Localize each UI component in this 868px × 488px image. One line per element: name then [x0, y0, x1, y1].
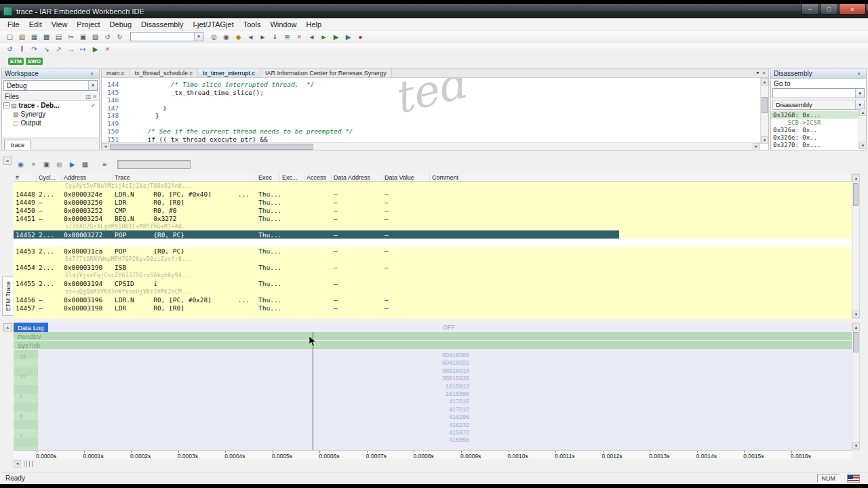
code-editor[interactable]: 144 /* Time slice interrupted thread. */… — [102, 78, 768, 143]
scroll-up-icon[interactable]: ▲ — [852, 174, 860, 182]
disassembly-row[interactable]: 0x3270: 0x... — [771, 141, 859, 148]
break-all-icon[interactable]: ● — [355, 32, 366, 42]
disassembly-row[interactable]: 0x3268: 0x... — [771, 111, 859, 119]
channel-row-pendsv[interactable]: PendSV — [14, 332, 852, 341]
save-all-icon[interactable]: ▩ — [41, 32, 52, 42]
stop-build-icon[interactable]: × — [294, 32, 305, 42]
scroll-down-icon[interactable]: ▼ — [761, 136, 768, 144]
menu-window[interactable]: Window — [265, 20, 301, 29]
memory-zone-select[interactable]: Disassembly ▾ — [772, 100, 865, 110]
trace-row[interactable]: 144552...0x00003194CPSID iThu...– — [14, 279, 852, 287]
trace-copy-icon[interactable]: ▣ — [41, 159, 52, 169]
column-header-[interactable]: # — [14, 174, 37, 181]
build-config-select[interactable]: Debug ▾ — [3, 80, 98, 91]
compile-icon[interactable]: ≣ — [281, 32, 293, 42]
trace-row[interactable]: 14449–0x00003250LDR R0, [R0]Thu...–– — [14, 198, 852, 206]
trace-columns-icon[interactable]: ≡ — [99, 159, 111, 169]
scroll-down-icon[interactable]: ▼ — [852, 310, 860, 318]
tree-item-synergy[interactable]: ▥Synergy — [2, 110, 99, 119]
column-header-exec[interactable]: Exec — [256, 174, 280, 181]
trace-vscroll-thumb[interactable] — [853, 183, 859, 206]
menu-help[interactable]: Help — [302, 20, 327, 29]
minimize-button[interactable]: – — [801, 4, 819, 15]
trace-clear-icon[interactable]: × — [28, 159, 39, 169]
trace-row[interactable]: 144522...0x00003272POP {R0, PC}Thu...–– — [14, 230, 852, 239]
editor-tab-iar-information-center-for-renesas-synergy[interactable]: IAR Information Center for Renesas Syner… — [260, 68, 392, 77]
trace-row[interactable]: 144542...0x00003190ISBThu...–– — [14, 263, 852, 271]
scroll-left-icon[interactable]: ◄ — [14, 460, 21, 468]
column-header-cycl[interactable]: Cycl... — [37, 174, 62, 181]
scroll-up-icon[interactable]: ▲ — [761, 78, 768, 85]
trace-close-icon[interactable]: × — [3, 157, 12, 165]
scroll-up-icon[interactable]: ▲ — [859, 108, 867, 116]
trace-browse-icon[interactable]: ▶ — [66, 159, 78, 169]
tab-list-dropdown-icon[interactable]: ▾ — [756, 70, 759, 76]
editor-vertical-scrollbar[interactable]: ▲ ▼ — [760, 78, 768, 144]
quick-search-combo[interactable]: ▾ — [130, 32, 203, 41]
channel-row-systick[interactable]: SysTick — [14, 341, 852, 350]
menu-tools[interactable]: Tools — [239, 20, 266, 29]
trace-row[interactable]: 14457–0x00003198LDR R0, [R0]Thu...–– — [14, 304, 852, 312]
column-header-address[interactable]: Address — [62, 174, 113, 181]
close-button[interactable]: × — [839, 4, 866, 15]
next-statement-icon[interactable]: → — [65, 44, 77, 54]
break-icon[interactable]: ‖ — [16, 44, 28, 54]
find-next-icon[interactable]: ◉ — [220, 32, 232, 42]
trace-find-icon[interactable]: ◎ — [54, 159, 65, 169]
trace-save-icon[interactable]: ▦ — [79, 159, 91, 169]
column-header-comment[interactable]: Comment — [430, 174, 852, 181]
list-icon[interactable]: ≡ — [93, 94, 96, 100]
step-over-icon[interactable]: ↷ — [28, 44, 40, 54]
chevron-down-icon[interactable]: ▾ — [194, 33, 203, 41]
column-header-trace[interactable]: Trace — [113, 174, 256, 181]
column-header-access[interactable]: Access — [304, 174, 332, 181]
menu-file[interactable]: File — [3, 20, 24, 29]
download-debug-icon[interactable]: ▶ — [330, 32, 342, 42]
menu-debug[interactable]: Debug — [105, 20, 136, 29]
disassembly-row[interactable]: SCB->ICSR — [771, 119, 859, 126]
redo-icon[interactable]: ↻ — [114, 32, 125, 42]
copy-icon[interactable]: ▣ — [77, 32, 89, 42]
editor-vscroll-thumb[interactable] — [762, 97, 768, 113]
editor-tab-tx-thread-schedule-c[interactable]: tx_thread_schedule.c — [130, 68, 199, 77]
editor-tab-tx-timer-interrupt-c[interactable]: tx_timer_interrupt.c — [198, 68, 260, 77]
menu-view[interactable]: View — [47, 20, 73, 29]
make-icon[interactable]: ⇓ — [269, 32, 281, 42]
print-icon[interactable]: ▤ — [53, 32, 64, 42]
disassembly-row[interactable]: 0x326e: 0x.. — [771, 134, 859, 141]
workspace-close-icon[interactable]: × — [87, 69, 96, 77]
editor-horizontal-scrollbar[interactable]: ◄ ► — [102, 142, 760, 150]
menu-edit[interactable]: Edit — [24, 20, 47, 29]
menu-i-jet-jtagjet[interactable]: I-jet/JTAGjet — [188, 20, 238, 29]
save-icon[interactable]: ▦ — [28, 32, 40, 42]
datalog-close-icon[interactable]: × — [3, 323, 12, 331]
datalog-vertical-scrollbar[interactable]: ▲ ▼ — [852, 323, 860, 450]
datalog-vscroll-thumb[interactable] — [853, 332, 859, 352]
disassembly-close-icon[interactable]: × — [854, 69, 863, 77]
goto-input[interactable]: ▾ — [772, 88, 865, 98]
step-out-icon[interactable]: ↗ — [53, 44, 64, 54]
run-to-cursor-icon[interactable]: ↦ — [77, 44, 89, 54]
open-file-icon[interactable]: ▧ — [16, 32, 28, 42]
datalog-chart[interactable]: 1512963 60416088604160223881601838815936… — [14, 350, 852, 450]
column-header-data-address[interactable]: Data Address — [332, 174, 382, 181]
disassembly-row[interactable]: 0x326a: 0x.. — [771, 126, 859, 134]
cut-icon[interactable]: ✂ — [65, 32, 77, 42]
chevron-down-icon[interactable]: ▾ — [855, 89, 864, 98]
workspace-tab-trace[interactable]: trace — [4, 140, 31, 150]
debug-without-download-icon[interactable]: ▶ — [342, 32, 354, 42]
step-into-icon[interactable]: ↘ — [41, 44, 52, 54]
bookmark-icon[interactable]: ◆ — [233, 32, 244, 42]
trace-enable-icon[interactable]: ◉ — [15, 159, 26, 169]
scroll-left-icon[interactable]: ◄ — [102, 143, 109, 150]
collapse-icon[interactable]: − — [3, 102, 9, 108]
editor-tab-main-c[interactable]: main.c — [102, 68, 130, 77]
next-bookmark-icon[interactable]: ► — [257, 32, 269, 42]
scroll-right-icon[interactable]: ► — [753, 143, 760, 150]
prev-bookmark-icon[interactable]: ◄ — [245, 32, 256, 42]
grid-icon[interactable]: ◫ — [86, 94, 92, 100]
column-header-exc[interactable]: Exc... — [280, 174, 304, 181]
menu-disassembly[interactable]: Disassembly — [136, 20, 188, 29]
trace-row[interactable]: 14450–0x00003252CMP R0, #0Thu...–– — [14, 206, 852, 214]
editor-hscroll-thumb[interactable] — [110, 144, 313, 150]
